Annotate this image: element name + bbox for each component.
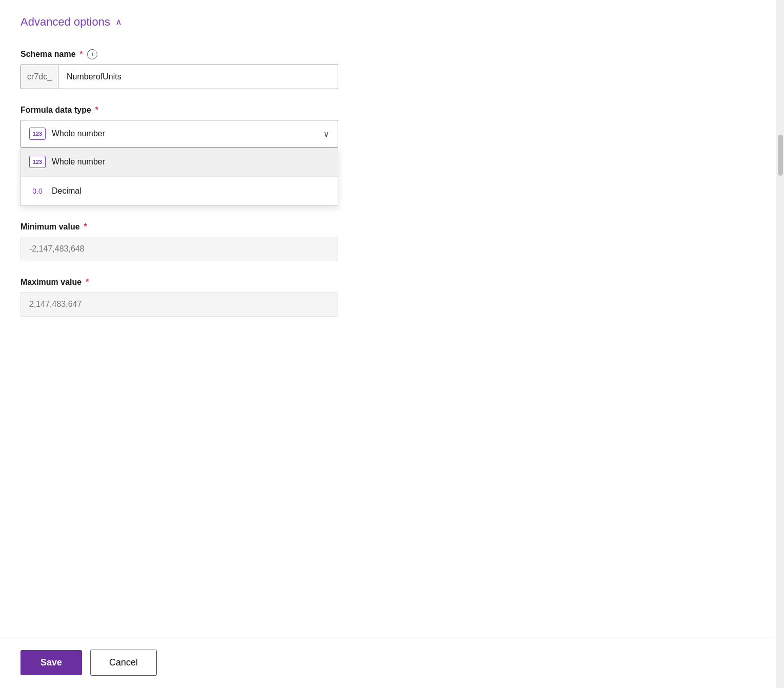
schema-name-input[interactable] [58, 65, 338, 89]
schema-name-label-text: Schema name [20, 50, 76, 59]
formula-data-type-option-whole-number[interactable]: 123 Whole number [21, 148, 338, 176]
formula-data-type-dropdown-wrapper: 123 Whole number ∨ 123 Whole number 0.0 … [20, 120, 338, 148]
page-container: Advanced options ∧ Schema name * i cr7dc… [0, 0, 784, 688]
scrollbar-track[interactable] [776, 0, 784, 688]
minimum-value-label: Minimum value * [20, 222, 338, 232]
whole-number-label: Whole number [52, 157, 105, 166]
advanced-options-label: Advanced options [20, 15, 110, 29]
schema-name-info-icon[interactable]: i [87, 49, 97, 59]
decimal-label: Decimal [52, 186, 81, 196]
decimal-icon: 0.0 [29, 185, 46, 197]
whole-number-icon: 123 [29, 156, 46, 168]
formula-data-type-required: * [95, 106, 98, 115]
formula-data-type-dropdown-menu: 123 Whole number 0.0 Decimal [20, 148, 338, 206]
maximum-value-label-text: Maximum value [20, 278, 81, 287]
schema-name-required: * [80, 50, 83, 59]
schema-name-input-wrapper: cr7dc_ [20, 65, 338, 89]
formula-data-type-dropdown[interactable]: 123 Whole number ∨ [20, 120, 338, 148]
formula-data-type-section: Formula data type * 123 Whole number ∨ 1… [20, 106, 338, 148]
save-button[interactable]: Save [20, 650, 82, 675]
maximum-value-input[interactable] [20, 292, 338, 317]
maximum-value-section: Maximum value * [20, 278, 338, 317]
minimum-value-required: * [84, 222, 87, 232]
maximum-value-label: Maximum value * [20, 278, 338, 287]
bottom-spacer [20, 333, 764, 384]
cancel-button[interactable]: Cancel [90, 650, 157, 676]
minimum-value-label-text: Minimum value [20, 222, 80, 232]
minimum-value-section: Minimum value * [20, 222, 338, 261]
formula-type-icon: 123 [29, 128, 46, 140]
formula-data-type-label: Formula data type * [20, 106, 338, 115]
advanced-options-header: Advanced options ∧ [20, 15, 764, 29]
minimum-value-input[interactable] [20, 237, 338, 261]
maximum-value-required: * [86, 278, 89, 287]
formula-data-type-label-text: Formula data type [20, 106, 91, 115]
chevron-up-icon[interactable]: ∧ [115, 17, 122, 27]
formula-data-type-chevron-icon: ∨ [323, 129, 329, 139]
schema-prefix: cr7dc_ [21, 65, 58, 89]
formula-data-type-option-decimal[interactable]: 0.0 Decimal [21, 176, 338, 205]
main-content: Advanced options ∧ Schema name * i cr7dc… [0, 0, 784, 688]
schema-name-section: Schema name * i cr7dc_ [20, 49, 338, 89]
schema-name-label: Schema name * i [20, 49, 338, 59]
action-bar: Save Cancel [0, 637, 776, 688]
formula-data-type-selected-value: Whole number [52, 129, 105, 138]
scrollbar-thumb[interactable] [778, 135, 783, 176]
